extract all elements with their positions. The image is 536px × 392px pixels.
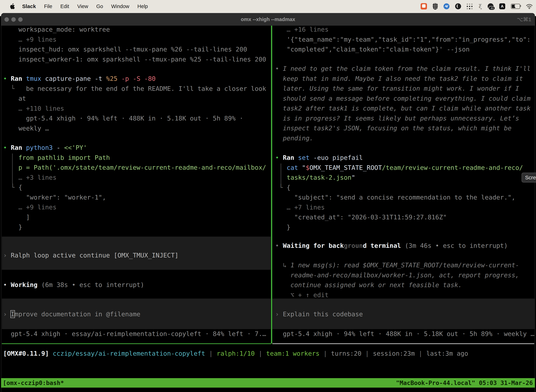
- terminal-block: › Explain this codebase: [275, 309, 363, 319]
- menu-item-go[interactable]: Go: [96, 4, 103, 9]
- notification-tooltip: Scre: [522, 173, 536, 182]
- terminal-line: • Ran set -euo pipefail: [275, 153, 523, 163]
- terminal-line: is in progress? It seems likely but perh…: [275, 113, 531, 123]
- menu-item-view[interactable]: View: [77, 4, 88, 9]
- pane-divider[interactable]: [271, 26, 272, 344]
- terminal-line: keep that in mind. Maybe I also need the…: [275, 74, 531, 84]
- terminal-line: ↳ 1 new msg(s): read $OMX_TEAM_STATE_ROO…: [275, 260, 519, 270]
- terminal-block: • I need to get the claim token from the…: [275, 64, 531, 143]
- terminal-line: └ {: [275, 183, 523, 193]
- terminal-line: continue assigned work or next feasible …: [275, 280, 519, 290]
- pane-border-right: [273, 343, 534, 344]
- terminal-line: cat "$OMX_TEAM_STATE_ROOT/team/review-cu…: [275, 163, 523, 173]
- focus-badge-icon[interactable]: ..61: [488, 3, 494, 9]
- tmux-session-label: [omx-cczip0:bash*: [3, 379, 64, 386]
- terminal-line: inspect task2's JSON, focusing on the st…: [275, 123, 531, 133]
- charging-bolt-icon: [514, 4, 517, 9]
- terminal-line: "completed","claim_token":"claim-token"}…: [275, 44, 531, 54]
- pane-right[interactable]: … +16 lines '{"team_name":"my-team","tas…: [0, 0, 536, 392]
- terminal-line: pending.: [275, 133, 531, 143]
- terminal-line: … +7 lines: [275, 202, 523, 213]
- wifi-glyph: [526, 4, 533, 9]
- badge-count: ..61: [488, 6, 495, 10]
- chat-app-icon[interactable]: [421, 3, 427, 9]
- terminal-line: readme-and-reco/mailbox/worker-1.json, a…: [275, 270, 519, 280]
- terminal-block: • Ran set -euo pipefail cat "$OMX_TEAM_S…: [275, 153, 523, 232]
- wifi-icon[interactable]: [526, 4, 533, 9]
- tooltip-text: Scre: [525, 175, 536, 181]
- terminal-line: }: [275, 222, 523, 232]
- stats-icon[interactable]: [444, 3, 450, 9]
- terminal-line: • I need to get the claim token from the…: [275, 64, 531, 74]
- terminal-block: gpt-5.4 xhigh · 94% left · 488K in · 5.1…: [275, 329, 534, 339]
- terminal-line: • Waiting for background terminal (3m 46…: [275, 241, 508, 251]
- tmux-status-bar: [omx-cczip0:bash* "MacBook-Pro-44.local"…: [1, 378, 535, 387]
- terminal-line: '{"team_name":"my-team","task_id":"1","f…: [275, 35, 531, 45]
- terminal-line: "subject": "send a concise recommendatio…: [275, 192, 523, 202]
- terminal-line: tasks/task-2.json": [275, 173, 523, 183]
- menu-app-name[interactable]: Slack: [22, 3, 36, 9]
- menu-item-edit[interactable]: Edit: [60, 4, 69, 9]
- terminal-block: … +16 lines '{"team_name":"my-team","tas…: [275, 25, 531, 54]
- menu-item-file[interactable]: File: [44, 4, 52, 9]
- apple-logo: [10, 3, 15, 9]
- terminal-line: task2 after task1 is complete, but can I…: [275, 103, 531, 113]
- terminal-block: ↳ 1 new msg(s): read $OMX_TEAM_STATE_ROO…: [275, 260, 519, 300]
- omx-status-line: [OMX#0.11.9] cczip/essay/ai-reimplementa…: [3, 349, 468, 359]
- terminal-block: • Waiting for background terminal (3m 46…: [275, 241, 508, 251]
- terminal-line: gpt-5.4 xhigh · 94% left · 488K in · 5.1…: [275, 329, 534, 339]
- menu-item-help[interactable]: Help: [137, 4, 148, 9]
- menu-items: FileEditViewGoWindowHelp: [36, 4, 148, 9]
- terminal-line: "created_at": "2026-03-31T11:59:27.816Z": [275, 212, 523, 222]
- terminal-line: should send a message before completing …: [275, 93, 531, 104]
- terminal-line: … +16 lines: [275, 25, 531, 35]
- menu-bar: Slack FileEditViewGoWindowHelp ξ ..61 A: [0, 0, 536, 13]
- screen: Slack FileEditViewGoWindowHelp ξ ..61 A: [0, 0, 536, 392]
- input-source-icon[interactable]: A: [499, 3, 505, 9]
- zigzag-glyph: [444, 3, 450, 9]
- apple-menu-icon[interactable]: [10, 3, 15, 9]
- terminal-line: › Explain this codebase: [275, 309, 363, 319]
- menu-status-icons: ξ ..61 A: [421, 0, 533, 13]
- shield-icon[interactable]: [433, 3, 438, 10]
- disc-app-icon[interactable]: [455, 3, 461, 9]
- tmux-host-clock: "MacBook-Pro-44.local" 05:03 31-Mar-26: [396, 379, 533, 386]
- terminal-line: later. Using the same for transition mig…: [275, 84, 531, 93]
- squiggle-icon[interactable]: ξ: [479, 3, 482, 10]
- terminal-line: ⌥ + ↑ edit: [275, 290, 519, 300]
- battery-icon[interactable]: [511, 4, 520, 9]
- menu-item-window[interactable]: Window: [111, 4, 129, 9]
- dots-grid-icon[interactable]: [467, 3, 473, 9]
- pane-border-left: [2, 343, 271, 344]
